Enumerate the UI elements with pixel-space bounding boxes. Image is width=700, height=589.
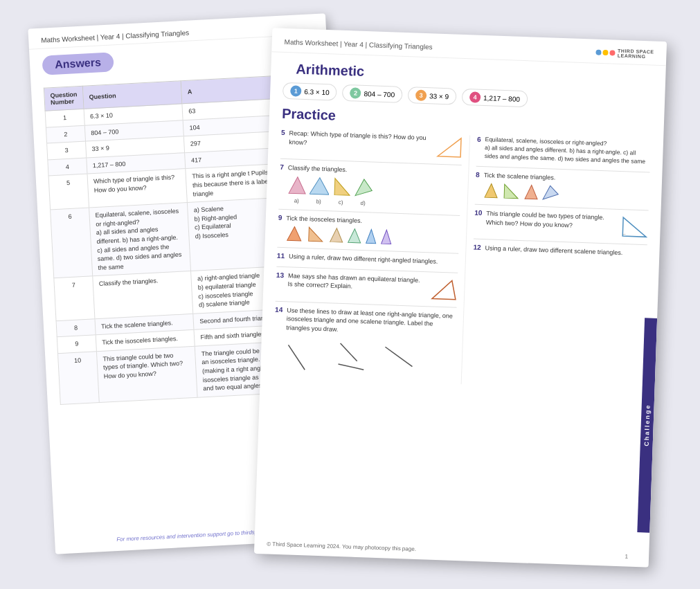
right-col: 6 Equilateral, scalene, isosceles or rig… (461, 135, 651, 390)
q10-triangle-svg: ⌐ (621, 214, 648, 239)
question-14: 14 Use these lines to draw at least one … (273, 305, 456, 378)
q9-tri-4 (346, 227, 362, 244)
q9-tri-3 (328, 226, 344, 244)
cell-question: Which type of triangle is this? How do y… (87, 169, 188, 208)
arith-expr-3: 33 × 9 (429, 92, 449, 100)
cell-qnum: 1 (45, 109, 84, 127)
svg-line-15 (385, 347, 413, 366)
svg-marker-7 (330, 228, 343, 243)
arith-expr-2: 804 – 700 (364, 89, 395, 98)
q10-num: 10 (474, 209, 483, 217)
q8-tri-1 (483, 182, 499, 199)
arith-pill-2: 2 804 – 700 (342, 84, 402, 103)
practice-grid: 5 Recap: Which type of triangle is this?… (273, 129, 651, 390)
worksheet-header-title: Maths Worksheet | Year 4 | Classifying T… (285, 37, 433, 50)
answers-header-title: Maths Worksheet | Year 4 | Classifying T… (41, 29, 189, 44)
q5-triangle-svg (434, 134, 463, 159)
q13-num: 13 (276, 271, 285, 278)
svg-marker-16 (485, 183, 498, 198)
q14-line1 (284, 338, 320, 374)
svg-marker-6 (308, 227, 323, 242)
question-6: 6 Equilateral, scalene, isosceles or rig… (476, 136, 651, 166)
left-col: 5 Recap: Which type of triangle is this?… (273, 129, 463, 383)
svg-marker-3 (334, 178, 350, 195)
q14-text: Use these lines to draw at least one rig… (286, 306, 456, 338)
q8-tri-2 (501, 183, 521, 200)
logo-dot-red (609, 50, 615, 55)
q13-text: Mae says she has drawn an equilateral tr… (287, 271, 427, 293)
cell-question: Equilateral, scalene, isosceles or right… (89, 203, 191, 276)
svg-marker-0 (438, 138, 461, 157)
q12-num: 12 (473, 244, 481, 251)
q8-triangles (483, 182, 649, 204)
q7-triangles: a) b) (287, 175, 461, 210)
q9-triangles (285, 225, 459, 248)
cell-qnum: 9 (57, 335, 96, 353)
q9-num: 9 (278, 213, 282, 221)
question-13: 13 Mae says she has drawn an equilateral… (276, 271, 458, 301)
q8-tri-4 (541, 184, 560, 201)
q10-text: This triangle could be two types of tria… (486, 210, 618, 232)
svg-marker-1 (289, 176, 306, 194)
q5-num: 5 (281, 129, 285, 136)
q7-tri-c (332, 176, 352, 197)
arith-num-3: 3 (415, 90, 427, 102)
q6-text: Equilateral, scalene, isosceles or right… (485, 136, 652, 166)
cell-qnum: 8 (56, 318, 96, 336)
q8-num: 8 (476, 170, 480, 178)
svg-marker-17 (504, 184, 519, 199)
cell-qnum: 3 (47, 141, 87, 159)
q7-label-a: a) (287, 197, 306, 204)
footer-copyright: © Third Space Learning 2024. You may pho… (267, 541, 416, 552)
svg-marker-18 (525, 185, 538, 199)
cell-qnum: 2 (46, 125, 85, 143)
arith-num-4: 4 (469, 91, 481, 103)
q7-tri-a (287, 175, 307, 195)
q13-triangle-svg (431, 276, 458, 301)
q9-tri-5 (364, 228, 377, 245)
col-header-qnum: QuestionNumber (44, 86, 84, 111)
worksheet-footer: © Third Space Learning 2024. You may pho… (267, 541, 628, 559)
cell-qnum: 7 (54, 276, 95, 320)
q7-label-b: b) (309, 198, 328, 205)
svg-marker-11 (432, 280, 456, 299)
q7-label-c: c) (331, 199, 350, 206)
answers-title: Answers (42, 52, 114, 75)
logo-dots (595, 50, 615, 56)
q14-line3 (381, 341, 417, 377)
practice-section: Practice 5 Recap: Which type of triangle… (260, 105, 664, 390)
arith-pill-1: 1 6.3 × 10 (282, 82, 337, 101)
arith-expr-4: 1,217 – 800 (483, 93, 520, 102)
q8-tri-3 (523, 183, 539, 201)
cell-qnum: 10 (57, 352, 99, 405)
arith-expr-1: 6.3 × 10 (304, 87, 330, 96)
svg-marker-10 (381, 230, 391, 244)
q9-tri-1 (285, 225, 303, 242)
svg-line-14 (338, 363, 364, 369)
q9-tri-2 (305, 226, 326, 243)
q14-lines (273, 337, 456, 378)
svg-marker-19 (543, 185, 559, 200)
logo-area: THIRD SPACELEARNING (595, 48, 654, 60)
cell-qnum: 4 (48, 158, 87, 176)
svg-line-13 (340, 343, 358, 361)
arith-num-2: 2 (350, 87, 361, 99)
logo-text: THIRD SPACELEARNING (618, 48, 654, 60)
logo-dot-blue (595, 50, 601, 55)
cell-question: Classify the triangles. (93, 271, 193, 319)
q6-num: 6 (477, 136, 481, 143)
svg-marker-2 (309, 177, 330, 194)
question-12: 12 Using a ruler, draw two different sca… (473, 244, 647, 258)
q11-num: 11 (277, 252, 285, 260)
cell-qnum: 6 (51, 208, 93, 278)
arith-pill-4: 4 1,217 – 800 (462, 89, 528, 107)
arith-pill-3: 3 33 × 9 (408, 87, 457, 105)
q7-tri-d (354, 177, 374, 197)
arith-num-1: 1 (290, 85, 302, 97)
svg-marker-9 (366, 229, 376, 243)
q14-line2 (332, 339, 368, 375)
q12-text: Using a ruler, draw two different scalen… (485, 244, 622, 257)
q5-text: Recap: Which type of triangle is this? H… (289, 129, 431, 151)
question-8: 8 Tick the scalene triangles. (475, 170, 649, 204)
challenge-label: Challenge (643, 404, 652, 446)
